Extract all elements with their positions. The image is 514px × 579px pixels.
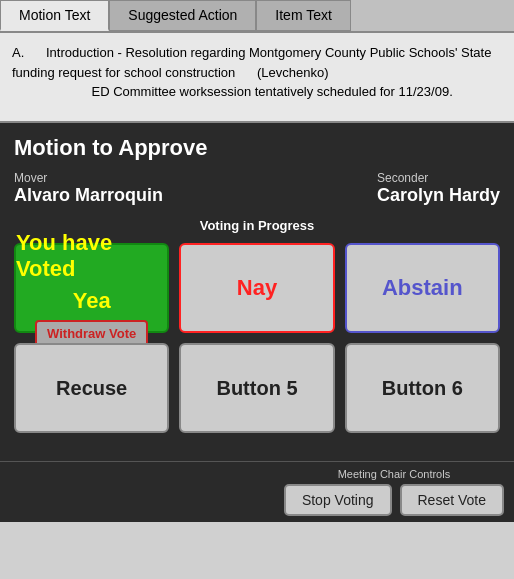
- mover-name: Alvaro Marroquin: [14, 185, 163, 206]
- info-panel: A. Introduction - Resolution regarding M…: [0, 33, 514, 123]
- seconder-block: Seconder Carolyn Hardy: [377, 171, 500, 206]
- tab-suggested-action[interactable]: Suggested Action: [109, 0, 256, 31]
- button5[interactable]: Button 5: [179, 343, 334, 433]
- reset-vote-button[interactable]: Reset Vote: [400, 484, 505, 516]
- yea-button[interactable]: You have Voted Yea Withdraw Vote: [14, 243, 169, 333]
- tab-motion-text[interactable]: Motion Text: [0, 0, 109, 31]
- chair-buttons: Stop Voting Reset Vote: [284, 484, 504, 516]
- movers-row: Mover Alvaro Marroquin Seconder Carolyn …: [14, 171, 500, 206]
- abstain-button[interactable]: Abstain: [345, 243, 500, 333]
- abstain-label: Abstain: [382, 275, 463, 301]
- seconder-label: Seconder: [377, 171, 500, 185]
- btn5-label: Button 5: [216, 377, 297, 400]
- chair-controls-bar: Meeting Chair Controls Stop Voting Reset…: [0, 461, 514, 522]
- nay-label: Nay: [237, 275, 277, 301]
- stop-voting-button[interactable]: Stop Voting: [284, 484, 392, 516]
- tab-item-text[interactable]: Item Text: [256, 0, 351, 31]
- nay-button[interactable]: Nay: [179, 243, 334, 333]
- tab-bar: Motion Text Suggested Action Item Text: [0, 0, 514, 33]
- voting-grid: You have Voted Yea Withdraw Vote Nay Abs…: [14, 243, 500, 433]
- mover-block: Mover Alvaro Marroquin: [14, 171, 163, 206]
- yea-text: You have Voted: [16, 230, 167, 282]
- recuse-button[interactable]: Recuse: [14, 343, 169, 433]
- info-text: A. Introduction - Resolution regarding M…: [12, 45, 491, 99]
- chair-controls-label: Meeting Chair Controls: [284, 468, 504, 480]
- mover-label: Mover: [14, 171, 163, 185]
- button6[interactable]: Button 6: [345, 343, 500, 433]
- motion-title: Motion to Approve: [14, 135, 500, 161]
- yea-sub: Yea: [73, 288, 111, 314]
- motion-section: Motion to Approve Mover Alvaro Marroquin…: [0, 123, 514, 461]
- btn6-label: Button 6: [382, 377, 463, 400]
- seconder-name: Carolyn Hardy: [377, 185, 500, 206]
- chair-controls: Meeting Chair Controls Stop Voting Reset…: [284, 468, 504, 516]
- recuse-label: Recuse: [56, 377, 127, 400]
